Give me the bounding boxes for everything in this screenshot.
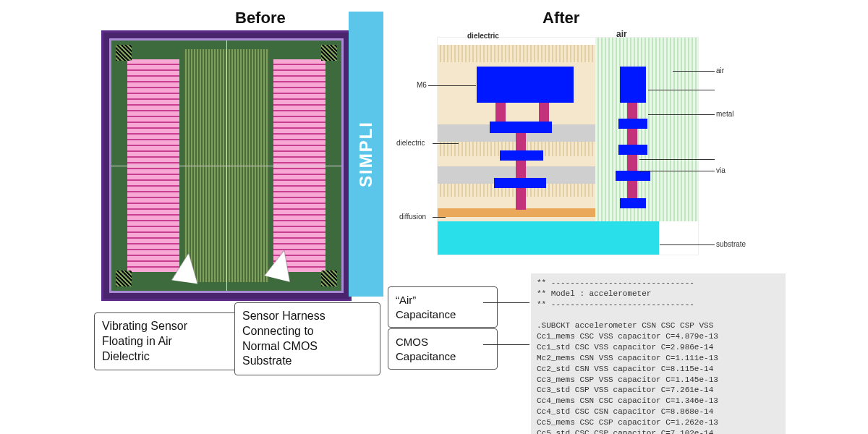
callout-cmos-capacitance: CMOS Capacitance [388,328,498,370]
xs-via [627,103,637,120]
xs-via [495,103,506,123]
xs-via [516,133,526,152]
netlist-line: Cc5_mems CSC CSP capacitor C=1.262e-13 [537,418,718,427]
netlist-subckt: .SUBCKT accelerometer CSN CSC CSP VSS [537,321,713,330]
xs-label-substrate: substrate [716,240,746,248]
xs-metal [620,198,646,208]
xs-substrate [438,221,659,255]
xs-m6-right [620,67,646,103]
xs-metal [618,145,647,155]
leader [433,143,459,144]
leader [483,302,529,303]
xs-m6-left [477,67,574,103]
corner-hatch [321,271,337,286]
xs-metal [494,178,546,188]
xs-label-dielectric: dielectric [396,139,425,147]
callout-tail [171,252,201,284]
xs-metal [616,171,650,181]
simpli-bar: SIMPLI [349,12,383,297]
xs-via [516,188,526,210]
netlist-line: Cc1_mems CSC VSS capacitor C=4.879e-13 [537,332,718,341]
netlist-box: ** ------------------------------ ** Mod… [531,273,786,434]
netlist-line: Cc4_mems CSN CSC capacitor C=1.346e-13 [537,396,718,405]
after-title: After [542,9,579,27]
netlist-line: Cc3_mems CSP VSS capacitor C=1.145e-13 [537,375,718,384]
after-cross-section [438,38,698,255]
corner-hatch [116,45,132,61]
callout-air-capacitance: “Air” Capacitance [388,286,498,328]
xs-label-air-top: air [616,29,627,39]
crosshair-h [111,166,341,166]
chip-inner [109,38,344,293]
xs-label-air: air [716,67,724,75]
callout-sensor-harness: Sensor Harness Connecting to Normal CMOS… [234,302,380,375]
xs-via [627,181,637,200]
xs-label-diffusion: diffusion [399,213,426,221]
netlist-header: ** ------------------------------ ** Mod… [537,278,694,309]
xs-metal [490,122,552,133]
before-layout [101,30,352,301]
leader [660,244,715,245]
callout-vibrating-sensor: Vibrating Sensor Floating in Air Dielect… [94,312,240,370]
netlist-line: Cc1_std CSC VSS capacitor C=2.986e-14 [537,343,713,352]
netlist-line: Cc2_std CSN VSS capacitor C=8.115e-14 [537,365,713,373]
leader [428,85,476,86]
leader [648,90,715,90]
corner-hatch [321,45,337,61]
leader [483,344,529,345]
xs-label-dielectric-top: dielectric [467,32,499,40]
xs-metal [618,119,647,129]
corner-hatch [116,271,132,286]
leader [639,159,715,160]
xs-metal [500,150,543,161]
xs-via [539,103,549,123]
xs-via [627,129,637,146]
xs-tone [438,45,595,62]
leader [639,171,715,171]
leader [648,114,715,115]
netlist-line: Cc3_std CSP VSS capacitor C=7.261e-14 [537,386,713,394]
simpli-label: SIMPLI [356,121,376,187]
leader [673,71,715,72]
netlist-line: Mc2_mems CSN VSS capacitor C=1.111e-13 [537,354,718,362]
netlist-line: Cc5_std CSC CSP capacitor C=7.102e-14 [537,429,713,434]
xs-label-via: via [716,166,726,174]
before-title: Before [235,9,286,27]
xs-air-region [595,38,698,221]
xs-label-m6: M6 [417,81,427,89]
xs-label-metal: metal [716,110,733,118]
leader [433,217,446,218]
netlist-line: Cc4_std CSC CSN capacitor C=8.868e-14 [537,407,713,416]
xs-via [627,155,637,172]
xs-via [516,161,526,179]
